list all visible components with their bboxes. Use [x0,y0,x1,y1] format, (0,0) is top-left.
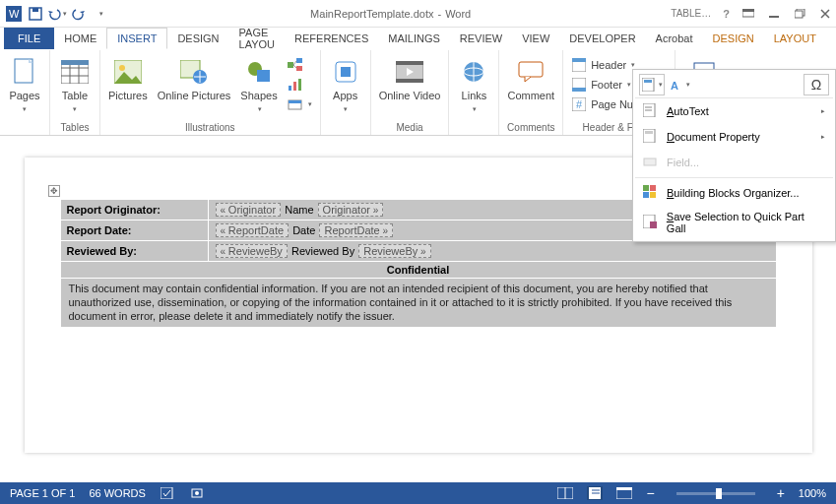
pictures-icon [112,56,144,88]
status-words[interactable]: 66 WORDS [89,487,145,499]
tab-home[interactable]: HOME [54,28,106,49]
tab-table-layout[interactable]: LAYOUT [764,28,826,49]
zoom-slider[interactable] [676,492,755,495]
pictures-button[interactable]: Pictures [106,54,150,101]
web-layout-icon[interactable] [616,486,632,500]
tab-references[interactable]: REFERENCES [285,28,378,49]
redo-icon[interactable] [69,4,89,24]
dd-save-selection[interactable]: Save Selection to Quick Part Gall [635,206,833,239]
table-row[interactable]: Confidential [60,262,776,279]
field-end-tag[interactable]: RevieweBy » [358,244,430,258]
page-number-icon: # [571,96,587,112]
tab-view[interactable]: VIEW [512,28,559,49]
online-pictures-icon [178,56,210,88]
group-links: Links▾ [449,50,499,135]
autotext-icon [643,103,659,119]
status-bar: PAGE 1 OF 1 66 WORDS − + 100% [0,482,836,504]
tab-design[interactable]: DESIGN [167,28,228,49]
group-tables-label: Tables [61,122,90,133]
tab-page-layout[interactable]: PAGE LAYOU [229,28,285,49]
group-illustrations-label: Illustrations [185,122,235,133]
svg-rect-6 [769,16,779,18]
originator-value[interactable]: Name [285,204,313,216]
tab-acrobat[interactable]: Acrobat [646,28,703,49]
field-start-tag[interactable]: « ReportDate [216,223,289,237]
tab-insert[interactable]: INSERT [106,28,167,49]
close-icon[interactable] [818,7,832,21]
comment-icon [515,56,547,88]
group-pages: Pages▾ [0,50,50,135]
ribbon: Pages▾ Table▾ Tables Pictures Online Pic… [0,49,836,136]
table-move-handle[interactable]: ✥ [48,185,60,197]
tab-table-design[interactable]: DESIGN [703,28,764,49]
chart-button[interactable] [286,76,314,94]
save-icon[interactable] [26,4,45,24]
pages-button[interactable]: Pages▾ [6,54,43,113]
online-pictures-button[interactable]: Online Pictures [156,54,233,101]
dd-autotext[interactable]: AAutoTextutoText▸ [635,98,833,124]
zoom-out[interactable]: − [646,485,654,501]
originator-label[interactable]: Report Originator: [60,200,208,220]
date-value[interactable]: Date [292,224,315,236]
svg-rect-35 [396,61,423,65]
print-layout-icon[interactable] [587,486,603,500]
smartart-button[interactable] [286,56,314,74]
field-end-tag[interactable]: ReportDate » [319,223,393,237]
wordart-icon[interactable]: A▾ [667,74,692,95]
comment-button[interactable]: Comment [505,54,556,101]
ribbon-display-icon[interactable] [741,7,755,21]
disclaimer-text[interactable]: This document may contain confidential i… [60,279,776,328]
group-pages-label [24,122,27,133]
comment-label: Comment [507,90,554,101]
status-page[interactable]: PAGE 1 OF 1 [10,487,75,499]
table-button[interactable]: Table▾ [56,54,94,113]
reviewed-cell[interactable]: « RevieweBy Reviewed By RevieweBy » [208,241,776,262]
field-start-tag[interactable]: « Originator [216,203,282,217]
tab-review[interactable]: REVIEW [450,28,512,49]
user-name[interactable]: Paul Kinn… ▾ [826,28,836,49]
read-mode-icon[interactable] [557,486,573,500]
apps-icon [330,56,361,88]
dd-document-property[interactable]: Document Property▸ [635,124,833,150]
dd-building-blocks[interactable]: Building Blocks Organizer... [635,180,833,206]
shapes-icon [243,56,275,88]
online-video-label: Online Video [379,90,441,101]
spellcheck-icon[interactable] [160,486,175,500]
macro-icon[interactable] [189,486,205,500]
restore-icon[interactable] [793,7,806,21]
screenshot-button[interactable]: ▾ [286,95,314,113]
svg-rect-57 [644,158,656,165]
zoom-in[interactable]: + [777,485,785,501]
confidential-heading[interactable]: Confidential [60,262,776,279]
undo-icon[interactable]: ▾ [47,4,67,24]
svg-line-26 [293,65,296,68]
apps-button[interactable]: Apps▾ [327,54,364,113]
date-label[interactable]: Report Date: [60,220,208,241]
reviewed-value[interactable]: Reviewed By [291,245,354,257]
field-end-tag[interactable]: Originator » [318,203,384,217]
table-icon [59,56,91,88]
tab-mailings[interactable]: MAILINGS [378,28,450,49]
symbol-icon[interactable]: Ω [804,74,829,95]
group-media-label: Media [396,122,422,133]
svg-rect-36 [396,79,423,83]
tab-developer[interactable]: DEVELOPER [559,28,645,49]
reviewed-label[interactable]: Reviewed By: [60,241,208,262]
zoom-level[interactable]: 100% [799,487,826,499]
links-button[interactable]: Links▾ [455,54,492,113]
screenshot-icon [288,96,303,112]
svg-rect-60 [643,192,649,198]
online-video-button[interactable]: Online Video [377,54,443,101]
table-row[interactable]: This document may contain confidential i… [60,279,776,328]
svg-rect-64 [161,487,172,499]
table-row[interactable]: Reviewed By: « RevieweBy Reviewed By Rev… [60,241,776,262]
field-icon [643,155,659,170]
help-icon[interactable]: ? [723,8,730,20]
group-comments-label: Comments [507,122,554,133]
tab-file[interactable]: FILE [4,28,54,49]
minimize-icon[interactable] [767,7,781,21]
qat-customize-icon[interactable]: ▾ [91,4,110,24]
shapes-button[interactable]: Shapes▾ [238,54,279,113]
quick-parts-icon[interactable]: ▾ [639,74,665,95]
field-start-tag[interactable]: « RevieweBy [216,244,288,258]
